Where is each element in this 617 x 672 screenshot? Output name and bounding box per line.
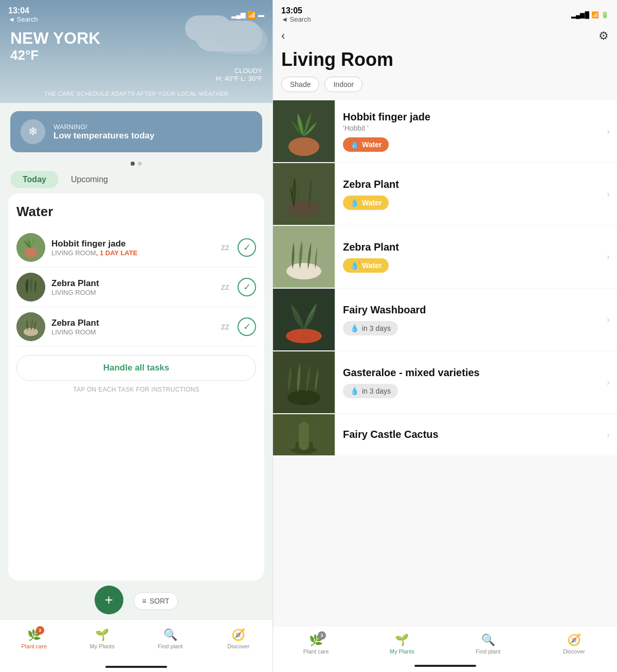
water-badge-3[interactable]: 💧 Water xyxy=(343,258,389,273)
care-note: THE CARE SCHEDULE ADAPTS AFTER YOUR LOCA… xyxy=(0,91,273,97)
water-drop-icon-1: 💧 xyxy=(350,140,359,149)
nav-tab-my-plants-left[interactable]: 🌱 My Plants xyxy=(84,626,120,651)
water-badge-label-1: Water xyxy=(362,140,382,149)
battery-icon: ▬ xyxy=(258,11,264,19)
water-badge-label-2: Water xyxy=(362,199,382,207)
warning-icon: ❄ xyxy=(21,119,45,144)
schedule-icon-4: 💧 xyxy=(350,324,359,332)
plant-details-5: Gasteraloe - mixed varieties 💧 in 3 days xyxy=(335,361,607,404)
warning-card: ❄ WARNING! Low temperatures today xyxy=(10,111,262,152)
task-avatar-3 xyxy=(16,312,45,341)
home-bar-left xyxy=(105,666,167,668)
time-right: 13:05 xyxy=(281,6,311,15)
signal-icon-right: ▂▄▆█ xyxy=(571,11,589,19)
task-avatar-1 xyxy=(16,233,45,262)
task-location-2: LIVING ROOM xyxy=(51,289,215,296)
screen-right: 13:05 ◄ Search ▂▄▆█ 📶 🔋 ‹ ⚙ Living Room … xyxy=(273,0,617,672)
nav-tab-find-plant-right[interactable]: 🔍 Find plant xyxy=(470,631,506,657)
search-back-left[interactable]: ◄ Search xyxy=(8,15,38,23)
discover-label-left: Discover xyxy=(227,643,249,649)
water-badge-1[interactable]: 💧 Water xyxy=(343,137,389,152)
sort-button[interactable]: ≡ SORT xyxy=(134,592,178,610)
discover-icon-left: 🧭 xyxy=(231,628,245,642)
task-sleep-icon-3: zz xyxy=(221,322,229,331)
handle-all-tasks-button[interactable]: Handle all tasks xyxy=(16,355,256,381)
task-item-1[interactable]: Hobbit finger jade LIVING ROOM, 1 DAY LA… xyxy=(16,228,256,268)
svg-point-10 xyxy=(286,263,321,279)
room-tags: Shade Indoor xyxy=(273,77,617,100)
status-icons-right: ▂▄▆█ 📶 🔋 xyxy=(571,11,609,19)
plant-name-1: Hobbit finger jade xyxy=(343,111,598,123)
nav-tab-find-plant-left[interactable]: 🔍 Find plant xyxy=(152,626,188,651)
warning-description: Low temperatures today xyxy=(53,131,155,141)
home-indicator-left xyxy=(0,662,273,672)
water-badge-label-3: Water xyxy=(362,261,382,270)
plant-details-4: Fairy Washboard 💧 in 3 days xyxy=(335,298,607,342)
plant-list-item-2[interactable]: Zebra Plant 💧 Water › xyxy=(273,163,617,225)
task-sleep-icon-2: zz xyxy=(221,282,229,292)
settings-button[interactable]: ⚙ xyxy=(598,29,609,43)
add-button[interactable]: + xyxy=(95,586,123,614)
plant-name-3: Zebra Plant xyxy=(343,241,598,253)
task-item-2[interactable]: Zebra Plant LIVING ROOM zz ✓ xyxy=(16,268,256,307)
plant-list-item-3[interactable]: Zebra Plant 💧 Water › xyxy=(273,226,617,288)
weather-header: 13:04 ◄ Search ▂▄▆ 📶 ▬ NEW YORK 42°F xyxy=(0,0,273,103)
chevron-right-6: › xyxy=(607,430,617,440)
plant-list-item-5[interactable]: Gasteraloe - mixed varieties 💧 in 3 days… xyxy=(273,351,617,413)
tag-indoor[interactable]: Indoor xyxy=(324,77,362,92)
plant-list-item-1[interactable]: Hobbit finger jade 'Hobbit ' 💧 Water › xyxy=(273,100,617,162)
svg-rect-19 xyxy=(313,429,320,449)
plant-list: Hobbit finger jade 'Hobbit ' 💧 Water › xyxy=(273,100,617,626)
warning-section: ❄ WARNING! Low temperatures today xyxy=(0,103,273,156)
task-check-3[interactable]: ✓ xyxy=(238,317,256,336)
my-plants-label-right: My Plants xyxy=(390,648,414,655)
nav-tab-plant-care-right[interactable]: 🌿 3 Plant care xyxy=(298,631,334,657)
plant-care-label-left: Plant care xyxy=(21,643,47,649)
find-plant-icon-left: 🔍 xyxy=(164,628,177,642)
task-location-3: LIVING ROOM xyxy=(51,328,215,336)
svg-point-6 xyxy=(288,137,319,156)
plant-care-badge-right: 3 xyxy=(318,631,326,640)
plant-details-2: Zebra Plant 💧 Water xyxy=(335,172,607,216)
bottom-nav-left: 🌿 3 Plant care 🌱 My Plants 🔍 Find plant … xyxy=(0,620,273,662)
bottom-nav-right: 🌿 3 Plant care 🌱 My Plants 🔍 Find plant … xyxy=(273,626,617,660)
task-check-2[interactable]: ✓ xyxy=(238,278,256,296)
status-icons-left: ▂▄▆ 📶 ▬ xyxy=(231,11,264,19)
nav-tab-discover-right[interactable]: 🧭 Discover xyxy=(556,631,592,657)
back-button[interactable]: ‹ xyxy=(281,29,285,43)
my-plants-icon-right: 🌱 xyxy=(395,633,409,647)
chevron-right-3: › xyxy=(607,252,617,262)
plant-image-3 xyxy=(273,226,335,288)
nav-tab-discover-left[interactable]: 🧭 Discover xyxy=(221,626,257,651)
tap-hint: TAP ON EACH TASK FOR INSTRUCTIONS xyxy=(16,386,256,393)
screen-left: 13:04 ◄ Search ▂▄▆ 📶 ▬ NEW YORK 42°F xyxy=(0,0,273,672)
weather-condition: CLOUDY xyxy=(216,67,262,75)
task-check-1[interactable]: ✓ xyxy=(238,238,256,257)
tab-upcoming[interactable]: Upcoming xyxy=(59,171,120,188)
weather-detail: CLOUDY H: 40°F L: 30°F xyxy=(216,67,262,82)
dot-1[interactable] xyxy=(131,162,135,166)
plant-care-badge-container-right: 🌿 3 xyxy=(309,633,323,647)
tab-today[interactable]: Today xyxy=(10,171,59,188)
chevron-right-1: › xyxy=(607,126,617,137)
tag-shade[interactable]: Shade xyxy=(281,77,319,92)
discover-label-right: Discover xyxy=(563,648,585,655)
right-nav: ‹ ⚙ xyxy=(273,25,617,47)
search-back-right[interactable]: ◄ Search xyxy=(281,15,311,23)
schedule-icon-5: 💧 xyxy=(350,387,359,395)
chevron-right-2: › xyxy=(607,189,617,200)
task-item-3[interactable]: Zebra Plant LIVING ROOM zz ✓ xyxy=(16,307,256,347)
nav-tab-my-plants-right[interactable]: 🌱 My Plants xyxy=(384,631,420,657)
task-info-3: Zebra Plant LIVING ROOM xyxy=(51,318,215,336)
plant-name-2: Zebra Plant xyxy=(343,179,598,190)
water-badge-2[interactable]: 💧 Water xyxy=(343,196,389,210)
plant-list-item-4[interactable]: Fairy Washboard 💧 in 3 days › xyxy=(273,289,617,350)
nav-tab-plant-care-left[interactable]: 🌿 3 Plant care xyxy=(16,626,52,651)
plant-image-2 xyxy=(273,163,335,225)
time-left: 13:04 xyxy=(8,6,38,15)
dot-2[interactable] xyxy=(138,162,142,166)
schedule-label-4: in 3 days xyxy=(362,324,391,332)
task-location-1: LIVING ROOM, 1 DAY LATE xyxy=(51,249,215,257)
plant-details-3: Zebra Plant 💧 Water xyxy=(335,235,607,279)
plant-list-item-6[interactable]: Fairy Castle Cactus › xyxy=(273,414,617,455)
